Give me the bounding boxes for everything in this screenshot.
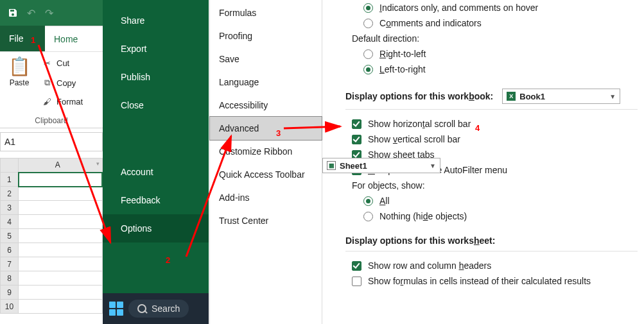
backstage-account[interactable]: Account: [103, 158, 209, 186]
label-show-formulas: Show formulas in cells instead of their …: [368, 276, 591, 286]
tab-home[interactable]: Home: [45, 26, 103, 51]
options-advanced-panel: Indicators only, and comments on hover C…: [322, 0, 644, 324]
radio-objects-nothing[interactable]: [363, 212, 373, 221]
cell[interactable]: [19, 215, 103, 229]
row-header[interactable]: 3: [1, 201, 19, 215]
label-ltr: Left-to-right: [379, 64, 426, 74]
backstage-close[interactable]: Close: [103, 91, 209, 119]
row-header[interactable]: 5: [1, 229, 19, 243]
ribbon-group-label: Clipboard: [0, 116, 103, 125]
workbook-selector[interactable]: X Book1 ▼: [502, 89, 620, 104]
paintbrush-icon: 🖌: [41, 97, 53, 107]
workbook-name: Book1: [519, 92, 545, 101]
excel-file-icon: X: [507, 92, 516, 101]
section-display-worksheet: Display options for this worksheet: ▦ Sh…: [345, 235, 638, 252]
tab-file-label: File: [9, 33, 24, 44]
row-header[interactable]: 2: [1, 187, 19, 201]
options-category-list: Formulas Proofing Save Language Accessib…: [209, 0, 322, 324]
category-customize-ribbon[interactable]: Customize Ribbon: [210, 140, 322, 163]
cut-button[interactable]: ✂Cut: [37, 56, 73, 71]
label-vertical-scroll: Show vertical scroll bar: [368, 134, 460, 144]
cell[interactable]: [19, 243, 103, 257]
category-save[interactable]: Save: [210, 47, 322, 71]
row-header[interactable]: 10: [1, 300, 19, 314]
quick-access-toolbar: ↶ ↷: [0, 0, 103, 26]
radio-indicators-only[interactable]: [363, 3, 373, 13]
category-trust-center[interactable]: Trust Center: [210, 209, 322, 232]
copy-button[interactable]: ⧉Copy: [37, 75, 80, 90]
checkbox-show-formulas[interactable]: [352, 277, 361, 286]
cell-a1[interactable]: [19, 173, 103, 187]
scissors-icon: ✂: [41, 58, 53, 68]
cell[interactable]: [19, 257, 103, 271]
tab-file[interactable]: File: [0, 26, 45, 51]
backstage-share[interactable]: Share: [103, 6, 209, 35]
select-all-corner[interactable]: [1, 158, 19, 173]
checkbox-vertical-scroll[interactable]: [352, 135, 361, 144]
category-language[interactable]: Language: [210, 71, 322, 94]
checkbox-horizontal-scroll[interactable]: [352, 119, 361, 129]
save-icon[interactable]: [5, 5, 21, 21]
copy-icon: ⧉: [41, 78, 53, 88]
start-button[interactable]: [109, 302, 123, 316]
search-icon: [137, 304, 146, 313]
row-header[interactable]: 9: [1, 286, 19, 300]
label-rtl: Right-to-left: [379, 49, 426, 59]
row-header[interactable]: 4: [1, 215, 19, 229]
ribbon-clipboard-group: 📋 Paste ✂Cut ⧉Copy 🖌Format Clipboard: [0, 51, 103, 128]
file-backstage-menu: Share Export Publish Close Account Feedb…: [103, 0, 209, 324]
backstage-export[interactable]: Export: [103, 35, 209, 63]
cell[interactable]: [19, 201, 103, 215]
paste-button[interactable]: 📋 Paste: [4, 56, 35, 87]
row-header[interactable]: 6: [1, 243, 19, 257]
label-row-col-headers: Show row and column headers: [368, 260, 491, 271]
radio-rtl[interactable]: [363, 49, 373, 59]
category-advanced[interactable]: Advanced: [209, 116, 322, 141]
taskbar-search[interactable]: Search: [128, 300, 189, 318]
category-addins[interactable]: Add-ins: [210, 186, 322, 209]
worksheet-name: Sheet1: [340, 161, 367, 171]
category-quick-access-toolbar[interactable]: Quick Access Toolbar: [210, 163, 322, 186]
tab-home-label: Home: [54, 34, 78, 44]
label-objects-nothing: Nothing (hide objects): [379, 211, 467, 221]
chevron-down-icon: ▼: [430, 162, 436, 169]
windows-taskbar: Search: [103, 293, 209, 324]
redo-icon[interactable]: ↷: [41, 5, 57, 21]
name-box[interactable]: A1: [0, 132, 103, 151]
label-horizontal-scroll: Show horizontal scroll bar: [368, 119, 471, 129]
cell[interactable]: [19, 300, 103, 314]
label-default-direction: Default direction:: [345, 31, 638, 46]
cell[interactable]: [19, 229, 103, 243]
backstage-options[interactable]: Options: [103, 214, 209, 243]
ribbon-tabs: File Home: [0, 26, 103, 51]
radio-objects-all[interactable]: [363, 196, 373, 206]
label-objects-all: All: [379, 196, 390, 206]
row-header[interactable]: 7: [1, 257, 19, 271]
section-display-workbook: Display options for this workbook: X Boo…: [345, 89, 638, 110]
worksheet-selector[interactable]: ▦ Sheet1 ▼: [322, 158, 440, 173]
row-header[interactable]: 1: [1, 173, 19, 187]
clipboard-icon: 📋: [4, 56, 35, 77]
label-indicators-only: Indicators only, and comments on hover: [379, 3, 538, 13]
format-painter-button[interactable]: 🖌Format: [37, 94, 87, 109]
label-for-objects: For objects, show:: [345, 178, 638, 193]
checkbox-row-col-headers[interactable]: [352, 261, 361, 271]
radio-comments-and-indicators[interactable]: [363, 19, 373, 28]
paste-label: Paste: [4, 78, 35, 87]
undo-icon[interactable]: ↶: [23, 5, 39, 21]
category-accessibility[interactable]: Accessibility: [210, 94, 322, 117]
backstage-publish[interactable]: Publish: [103, 63, 209, 91]
column-header-a[interactable]: A▾: [19, 158, 103, 173]
radio-ltr[interactable]: [363, 65, 373, 74]
cell[interactable]: [19, 187, 103, 201]
cell[interactable]: [19, 286, 103, 300]
category-formulas[interactable]: Formulas: [210, 1, 322, 24]
label-comments-and-indicators: Comments and indicators: [379, 18, 482, 28]
category-proofing[interactable]: Proofing: [210, 24, 322, 47]
cell[interactable]: [19, 271, 103, 286]
chevron-down-icon: ▼: [609, 93, 616, 100]
worksheet-grid[interactable]: A▾ 1 2 3 4 5 6 7 8 9 10: [0, 158, 103, 314]
row-header[interactable]: 8: [1, 271, 19, 286]
backstage-feedback[interactable]: Feedback: [103, 186, 209, 214]
sheet-icon: ▦: [327, 161, 336, 170]
